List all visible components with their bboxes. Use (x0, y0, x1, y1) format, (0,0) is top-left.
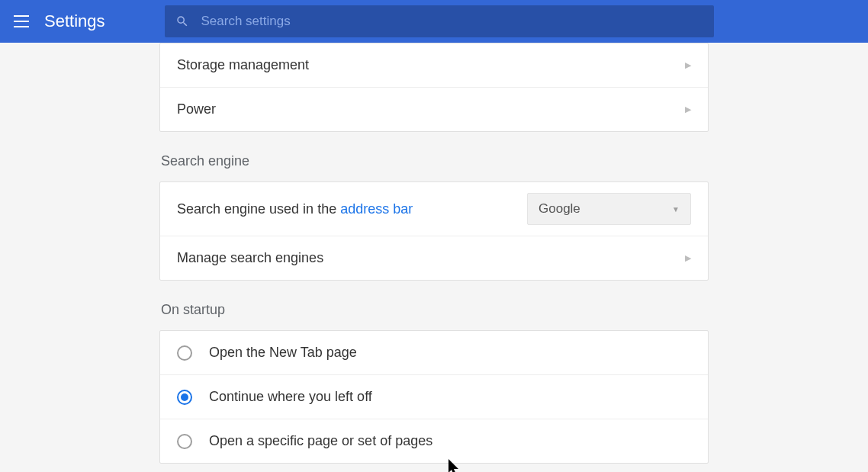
settings-content: Storage management ▶ Power ▶ Search engi… (159, 43, 709, 472)
manage-search-engines-label: Manage search engines (177, 250, 685, 266)
power-label: Power (177, 101, 685, 117)
startup-section-title: On startup (161, 302, 709, 318)
startup-option-label: Open a specific page or set of pages (209, 433, 432, 449)
chevron-right-icon: ▶ (685, 253, 691, 263)
chevron-right-icon: ▶ (685, 104, 691, 114)
startup-option-new-tab[interactable]: Open the New Tab page (160, 331, 708, 375)
search-engine-select[interactable]: Google ▼ (527, 193, 691, 225)
startup-option-label: Continue where you left off (209, 389, 372, 405)
startup-option-specific[interactable]: Open a specific page or set of pages (160, 419, 708, 463)
storage-management-label: Storage management (177, 57, 685, 73)
search-icon (175, 14, 189, 28)
storage-management-row[interactable]: Storage management ▶ (160, 43, 708, 88)
search-engine-selected-value: Google (538, 201, 580, 217)
address-bar-link[interactable]: address bar (340, 201, 413, 217)
startup-option-continue[interactable]: Continue where you left off (160, 375, 708, 419)
power-row[interactable]: Power ▶ (160, 88, 708, 131)
radio-icon[interactable] (177, 434, 192, 449)
menu-icon[interactable] (11, 11, 32, 32)
search-engine-card: Search engine used in the address bar Go… (159, 181, 709, 281)
manage-search-engines-row[interactable]: Manage search engines ▶ (160, 236, 708, 280)
radio-icon[interactable] (177, 390, 192, 405)
chevron-down-icon: ▼ (672, 205, 680, 214)
search-engine-label: Search engine used in the address bar (177, 201, 527, 217)
search-input[interactable] (201, 14, 703, 29)
startup-option-label: Open the New Tab page (209, 345, 357, 361)
search-engine-section-title: Search engine (161, 153, 709, 169)
search-engine-label-text: Search engine used in the (177, 201, 340, 217)
search-engine-row: Search engine used in the address bar Go… (160, 182, 708, 236)
startup-card: Open the New Tab page Continue where you… (159, 330, 709, 464)
chevron-right-icon: ▶ (685, 60, 691, 70)
system-card: Storage management ▶ Power ▶ (159, 43, 709, 132)
search-box[interactable] (165, 5, 714, 37)
app-header: Settings (0, 0, 868, 43)
page-title: Settings (44, 11, 105, 31)
radio-icon[interactable] (177, 345, 192, 361)
